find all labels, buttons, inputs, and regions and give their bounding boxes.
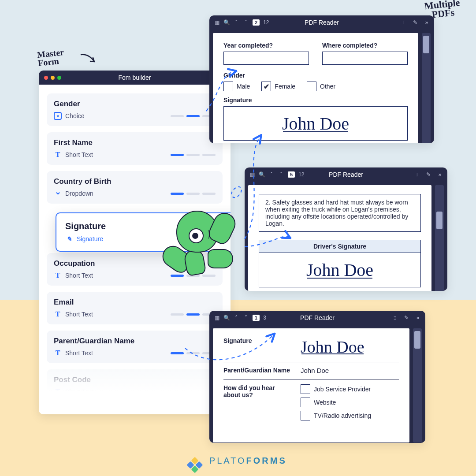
label-where-completed: Where completed? — [322, 42, 408, 49]
field-type-label: Short Text — [65, 151, 93, 158]
text-icon — [54, 349, 62, 357]
checkbox-female[interactable]: ✔ — [261, 82, 271, 91]
pdf3-titlebar[interactable]: ▥ 🔍 ˄ ˅ 1 3 PDF Reader 𝙸 ✎ » — [209, 311, 425, 325]
more-icon[interactable]: » — [415, 315, 421, 321]
field-title: First Name — [54, 138, 216, 147]
label-gender: Gender — [223, 72, 408, 79]
scroll-thumb[interactable] — [436, 212, 443, 229]
signature-icon: ✎ — [65, 235, 73, 243]
opt-other: Other — [320, 83, 335, 90]
brand-name-2: FORMS — [246, 456, 287, 465]
page-current[interactable]: 5 — [288, 171, 295, 178]
field-country[interactable]: Country of Birth Dropdown — [47, 171, 223, 204]
window-controls[interactable] — [44, 76, 61, 80]
pen-icon[interactable]: ✎ — [403, 315, 409, 321]
opt-label: Website — [314, 399, 336, 406]
signature-text: John Doe — [306, 260, 373, 280]
text-cursor-icon[interactable]: 𝙸 — [414, 171, 420, 178]
search-icon[interactable]: 🔍 — [259, 171, 265, 178]
opt-label: TV/Radio advertising — [314, 412, 371, 419]
checkbox-opt-0[interactable] — [301, 384, 310, 394]
chevron-down-icon[interactable]: ˅ — [278, 171, 284, 178]
chevron-down-icon[interactable]: ˅ — [243, 315, 249, 321]
field-parent-guardian[interactable]: Parent/Guardian Name Short Text — [47, 331, 223, 363]
field-title: Gender — [54, 100, 216, 108]
signature-text: John Doe — [282, 113, 349, 134]
zoom-dot[interactable] — [57, 76, 61, 80]
checkbox-opt-1[interactable] — [301, 398, 310, 407]
pen-icon[interactable]: ✎ — [425, 171, 431, 178]
search-icon[interactable]: 🔍 — [223, 19, 230, 26]
page-current[interactable]: 1 — [253, 315, 260, 321]
more-icon[interactable]: » — [424, 19, 430, 26]
checkbox-opt-2[interactable] — [301, 411, 310, 420]
form-builder-titlebar[interactable]: Fom builder — [39, 71, 231, 85]
scroll-thumb[interactable] — [423, 36, 429, 53]
field-type-label: Short Text — [65, 350, 93, 357]
chevron-down-icon[interactable]: ˅ — [243, 19, 249, 26]
field-first-name[interactable]: First Name Short Text — [47, 132, 223, 165]
input-where-completed[interactable] — [322, 52, 408, 65]
field-title: Country of Birth — [54, 177, 216, 186]
text-icon — [54, 310, 62, 318]
scrollbar[interactable] — [413, 328, 422, 443]
field-title: Parent/Guardian Name — [54, 337, 216, 346]
usage-bars — [171, 154, 216, 156]
checkbox-male[interactable] — [223, 82, 233, 91]
pdf1-titlebar[interactable]: ▥ 🔍 ˄ ˅ 2 12 PDF Reader 𝙸 ✎ » — [209, 15, 434, 30]
field-title: Email — [54, 298, 216, 307]
opt-male: Male — [237, 83, 250, 90]
label-signature: Signature — [223, 337, 292, 344]
label-year-completed: Year completed? — [223, 42, 309, 49]
field-type-label: Short Text — [65, 272, 93, 279]
text-icon — [54, 271, 62, 279]
form-builder-title: Fom builder — [39, 74, 231, 81]
signature-box[interactable]: John Doe — [223, 106, 408, 141]
pdf-reader-3: ▥ 🔍 ˄ ˅ 1 3 PDF Reader 𝙸 ✎ » Signature J… — [209, 311, 425, 443]
sidebar-toggle-icon[interactable]: ▥ — [249, 171, 255, 178]
sidebar-toggle-icon[interactable]: ▥ — [214, 315, 220, 321]
pdf2-titlebar[interactable]: ▥ 🔍 ˄ ˅ 5 12 PDF Reader 𝙸 ✎ » — [245, 167, 447, 182]
chevron-up-icon[interactable]: ˄ — [233, 19, 239, 26]
sidebar-toggle-icon[interactable]: ▥ — [214, 19, 220, 26]
mascot-octopus — [167, 202, 238, 272]
annotation-master-form: Master Form — [37, 48, 65, 67]
text-cursor-icon[interactable]: 𝙸 — [392, 315, 398, 321]
scrollbar[interactable] — [435, 185, 444, 291]
fade-mask — [39, 367, 231, 402]
scrollbar[interactable] — [422, 33, 431, 143]
usage-bars — [171, 115, 216, 117]
page-current[interactable]: 2 — [253, 19, 260, 26]
input-year-completed[interactable] — [223, 52, 309, 65]
more-icon[interactable]: » — [437, 171, 443, 178]
chevron-up-icon[interactable]: ˄ — [233, 315, 239, 321]
safety-paragraph: 2. Safety glasses and hard hat must alwa… — [259, 194, 421, 232]
text-icon — [54, 151, 62, 159]
brand-name-1: PLATO — [209, 456, 246, 465]
chevron-up-icon[interactable]: ˄ — [268, 171, 275, 178]
search-icon[interactable]: 🔍 — [223, 315, 230, 321]
pen-icon[interactable]: ✎ — [412, 19, 418, 26]
field-email[interactable]: Email Short Text — [47, 292, 223, 324]
field-gender[interactable]: Gender ▾ Choice — [47, 93, 223, 126]
scroll-thumb[interactable] — [414, 331, 420, 349]
platoforms-logo: PLATOFORMS — [0, 456, 476, 471]
field-type-label: Dropdown — [65, 190, 93, 197]
page-total: 12 — [298, 171, 304, 178]
usage-bars — [171, 313, 216, 316]
checkbox-other[interactable] — [307, 82, 316, 91]
usage-bars — [171, 193, 216, 195]
choice-icon: ▾ — [54, 112, 62, 120]
label-parent-guardian: Parent/Guardian Name — [223, 367, 292, 374]
label-signature: Signature — [223, 97, 408, 104]
pdf-reader-1: ▥ 🔍 ˄ ˅ 2 12 PDF Reader 𝙸 ✎ » Year compl… — [209, 15, 434, 143]
close-dot[interactable] — [44, 76, 48, 80]
usage-bars — [171, 352, 216, 354]
page-total: 12 — [263, 19, 269, 26]
minimize-dot[interactable] — [51, 76, 55, 80]
arrow-master-form — [80, 53, 95, 63]
dropdown-icon — [54, 190, 62, 197]
driver-signature-box[interactable]: John Doe — [259, 253, 421, 287]
field-type-label: Choice — [65, 112, 85, 119]
text-cursor-icon[interactable]: 𝙸 — [401, 19, 407, 26]
